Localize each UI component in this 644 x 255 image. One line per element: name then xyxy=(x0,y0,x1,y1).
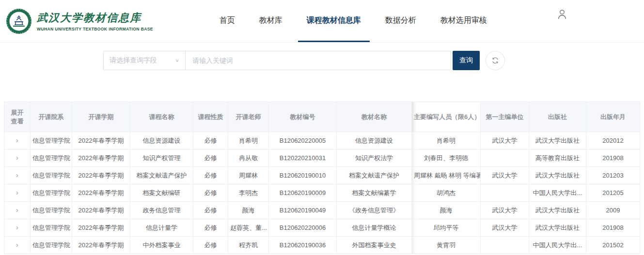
keyword-input[interactable] xyxy=(186,51,451,70)
header-expand-line2: 查看 xyxy=(6,117,28,126)
cell-book: 档案文献编纂学 xyxy=(337,184,412,202)
cell-teacher: 周耀林 xyxy=(228,167,269,184)
cell-dept: 信息管理学院 xyxy=(31,237,72,254)
cell-dept: 信息管理学院 xyxy=(31,132,72,150)
expand-cell: › xyxy=(4,219,31,237)
cell-date: 201205 xyxy=(586,184,640,202)
cell-type: 必修 xyxy=(193,132,228,150)
expand-row-icon[interactable]: › xyxy=(16,171,18,180)
table-row: ›信息管理学院2022年春季学期知识产权管理必修冉从敬B120220210031… xyxy=(4,150,640,167)
refresh-button[interactable] xyxy=(486,51,505,70)
header-first-editor-unit: 第一主编单位 xyxy=(481,102,529,132)
cell-type: 必修 xyxy=(193,202,228,219)
header-semester: 开课学期 xyxy=(72,102,130,132)
cell-course: 知识产权管理 xyxy=(130,150,193,167)
cell-type: 必修 xyxy=(193,237,228,254)
cell-semester: 2022年春季学期 xyxy=(72,150,130,167)
cell-date: 201908 xyxy=(586,219,640,237)
top-bar: 武汉大学教材信息库 WUHAN UNIVERSITY TEXTBOOK INFO… xyxy=(0,0,644,43)
cell-book: 外国档案事业史 xyxy=(337,237,412,254)
cell-semester: 2022年春季学期 xyxy=(72,132,130,150)
cell-semester: 2022年春季学期 xyxy=(72,202,130,219)
expand-row-icon[interactable]: › xyxy=(16,154,18,162)
cell-course: 信息资源建设 xyxy=(130,132,193,150)
cell-course: 中外档案事业 xyxy=(130,237,193,254)
user-icon[interactable] xyxy=(557,9,567,20)
cell-teacher: 冉从敬 xyxy=(228,150,269,167)
expand-cell: › xyxy=(4,132,31,150)
course-textbook-table: 展开 查看 开课院系 开课学期 课程名称 课程性质 开课老师 教材编号 教材名称… xyxy=(4,102,640,254)
expand-row-icon[interactable]: › xyxy=(16,224,18,232)
cell-authors: 颜海 xyxy=(412,202,481,219)
brand-title-zh: 武汉大学教材信息库 xyxy=(37,11,153,25)
cell-code: B120620190009 xyxy=(269,184,337,202)
nav-item-data-analysis[interactable]: 数据分析 xyxy=(377,0,425,42)
cell-date: 2009 xyxy=(586,202,640,219)
header-expand-line1: 展开 xyxy=(6,108,28,117)
header-dept: 开课院系 xyxy=(31,102,72,132)
cell-book: 信息资源建设 xyxy=(337,132,412,150)
cell-semester: 2022年春季学期 xyxy=(72,219,130,237)
cell-type: 必修 xyxy=(193,184,228,202)
cell-unit xyxy=(481,150,529,167)
main-nav: 首页 教材库 课程教材信息库 数据分析 教材选用审核 xyxy=(207,0,499,42)
cell-code: B120620220005 xyxy=(269,132,337,150)
cell-dept: 信息管理学院 xyxy=(31,184,72,202)
nav-item-home[interactable]: 首页 xyxy=(211,0,244,42)
cell-dept: 信息管理学院 xyxy=(31,202,72,219)
cell-semester: 2022年春季学期 xyxy=(72,237,130,254)
cell-date: 201203 xyxy=(586,167,640,184)
cell-unit: 武汉大学 xyxy=(481,132,529,150)
cell-type: 必修 xyxy=(193,167,228,184)
table-header: 展开 查看 开课院系 开课学期 课程名称 课程性质 开课老师 教材编号 教材名称… xyxy=(4,102,640,132)
cell-publisher: 中国人民大学出... xyxy=(529,184,586,202)
nav-item-textbook-library[interactable]: 教材库 xyxy=(251,0,291,42)
cell-code: B120620220006 xyxy=(269,219,337,237)
expand-row-icon[interactable]: › xyxy=(16,189,18,197)
cell-course: 档案文献编研 xyxy=(130,184,193,202)
table-row: ›信息管理学院2022年春季学期信息计量学必修赵蓉英、董...B12062022… xyxy=(4,219,640,237)
cell-authors: 黄霄羽 xyxy=(412,237,481,254)
cell-teacher: 程齐凯 xyxy=(228,237,269,254)
refresh-icon xyxy=(491,57,499,64)
cell-authors: 刘春田、李明德 xyxy=(412,150,481,167)
query-field-placeholder: 请选择查询字段 xyxy=(110,56,157,65)
query-button[interactable]: 查询 xyxy=(453,51,480,70)
expand-cell: › xyxy=(4,167,31,184)
header-textbook-name: 教材名称 xyxy=(337,102,412,132)
cell-type: 必修 xyxy=(193,150,228,167)
cell-semester: 2022年春季学期 xyxy=(72,184,130,202)
cell-code: B120220210031 xyxy=(269,150,337,167)
nav-item-textbook-review[interactable]: 教材选用审核 xyxy=(432,0,496,42)
cell-unit xyxy=(481,237,529,254)
expand-row-icon[interactable]: › xyxy=(16,241,18,249)
header-teacher: 开课老师 xyxy=(228,102,269,132)
expand-row-icon[interactable]: › xyxy=(16,206,18,214)
cell-book: 档案文献遗产保护 xyxy=(337,167,412,184)
cell-publisher: 武汉大学出版社 xyxy=(529,219,586,237)
brand-title-en: WUHAN UNIVERSITY TEXTBOOK INFORMATION BA… xyxy=(37,27,153,31)
cell-dept: 信息管理学院 xyxy=(31,150,72,167)
cell-unit: 武汉大学 xyxy=(481,219,529,237)
nav-item-course-textbook-info[interactable]: 课程教材信息库 xyxy=(298,0,370,42)
cell-publisher: 武汉大学出版社 xyxy=(529,132,586,150)
cell-course: 信息计量学 xyxy=(130,219,193,237)
expand-cell: › xyxy=(4,202,31,219)
table-row: ›信息管理学院2022年春季学期中外档案事业必修程齐凯B120620190036… xyxy=(4,237,640,254)
cell-book: 《政务信息管理》 xyxy=(337,202,412,219)
table-row: ›信息管理学院2022年春季学期政务信息管理必修颜海B120620190049《… xyxy=(4,202,640,219)
header-course-type: 课程性质 xyxy=(193,102,228,132)
query-field-select[interactable]: 请选择查询字段 ∨ xyxy=(103,51,186,70)
expand-row-icon[interactable]: › xyxy=(16,136,18,145)
cell-course: 档案文献遗产保护 xyxy=(130,167,193,184)
cell-teacher: 赵蓉英、董... xyxy=(228,219,269,237)
cell-semester: 2022年春季学期 xyxy=(72,167,130,184)
cell-unit: 武汉大学 xyxy=(481,202,529,219)
header-course-name: 课程名称 xyxy=(130,102,193,132)
expand-cell: › xyxy=(4,150,31,167)
cell-teacher: 肖希明 xyxy=(228,132,269,150)
cell-publisher: 武汉大学出版社 xyxy=(529,167,586,184)
cell-publisher: 高等教育出版社 xyxy=(529,150,586,167)
header-publish-date: 出版年月 xyxy=(586,102,640,132)
cell-book: 信息计量学概论 xyxy=(337,219,412,237)
